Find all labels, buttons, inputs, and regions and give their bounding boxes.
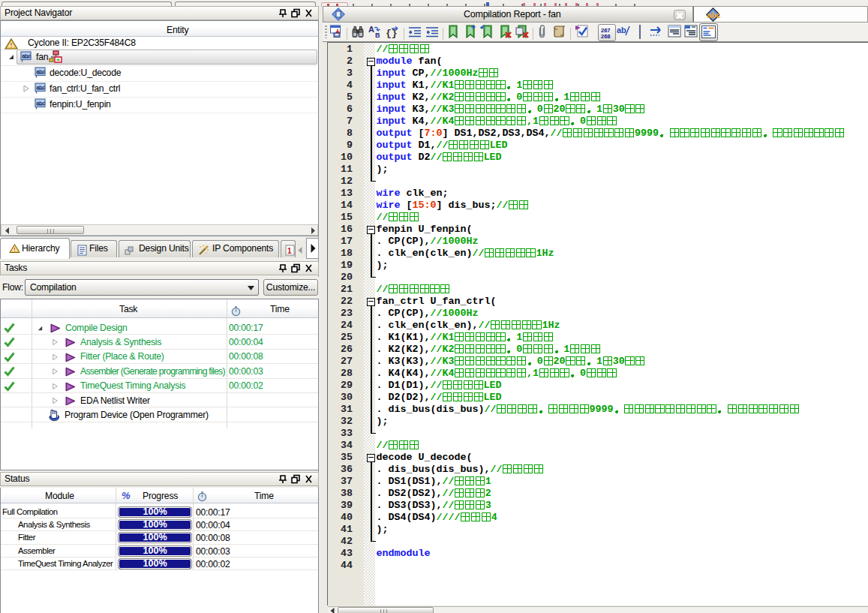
svg-text:A: A xyxy=(368,25,374,34)
svg-text:abc: abc xyxy=(707,11,721,20)
svg-text:B: B xyxy=(375,32,380,39)
svg-text:1: 1 xyxy=(287,247,292,255)
svg-text:ab: ab xyxy=(617,26,626,35)
svg-text:268: 268 xyxy=(601,33,611,40)
svg-text:{}: {} xyxy=(386,28,398,39)
